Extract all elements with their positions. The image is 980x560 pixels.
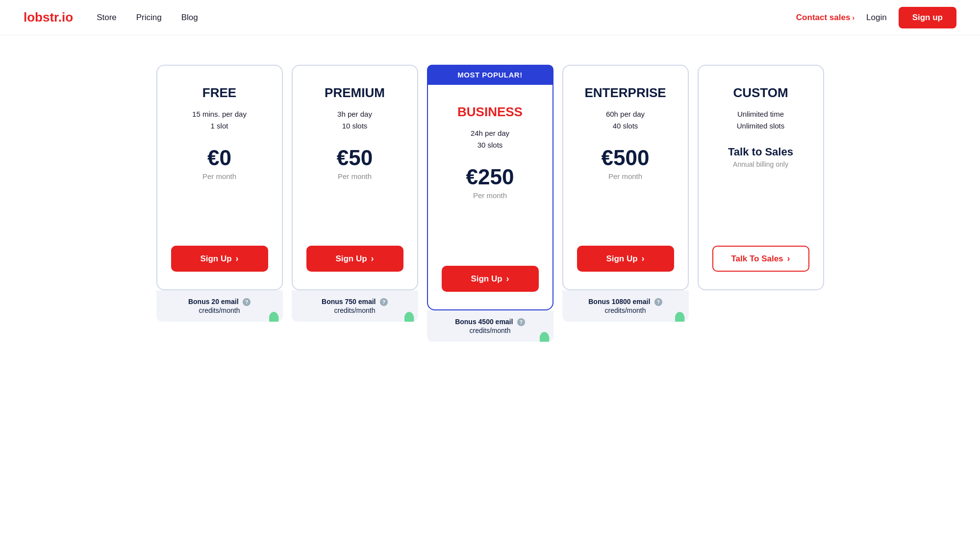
nav-left: lobstr.io Store Pricing Blog [24, 10, 198, 25]
cta-button-free[interactable]: Sign Up› [171, 246, 268, 272]
plan-description-premium: 3h per day10 slots [337, 108, 372, 132]
login-link[interactable]: Login [866, 13, 887, 23]
plan-name-free: FREE [202, 85, 236, 101]
cta-button-business[interactable]: Sign Up› [442, 266, 539, 292]
plan-wrapper-custom: CUSTOMUnlimited timeUnlimited slotsTalk … [698, 65, 824, 325]
nav-links: Store Pricing Blog [97, 13, 198, 23]
nav-pricing[interactable]: Pricing [136, 13, 162, 23]
cta-button-custom[interactable]: Talk To Sales› [712, 246, 809, 272]
plan-price-premium: €50 [337, 146, 373, 170]
plan-price-label-custom: Annual billing only [733, 160, 788, 168]
bonus-main-free: Bonus 20 email [188, 298, 239, 305]
plan-card-custom: CUSTOMUnlimited timeUnlimited slotsTalk … [698, 65, 824, 290]
plan-description-free: 15 mins. per day1 slot [192, 108, 247, 132]
cta-button-premium[interactable]: Sign Up› [306, 246, 403, 272]
nav-blog[interactable]: Blog [181, 13, 198, 23]
bonus-question-icon-premium[interactable]: ? [380, 298, 388, 306]
contact-sales-link[interactable]: Contact sales › [796, 13, 854, 23]
pricing-grid: FREE15 mins. per day1 slot€0Per monthSig… [147, 65, 833, 342]
plan-price-business: €250 [466, 165, 514, 189]
plan-name-business: BUSINESS [457, 104, 523, 120]
bonus-question-icon-enterprise[interactable]: ? [654, 298, 662, 306]
plan-price-label-enterprise: Per month [608, 172, 642, 180]
bonus-question-icon-business[interactable]: ? [517, 318, 525, 326]
plan-wrapper-premium: PREMIUM3h per day10 slots€50Per monthSig… [292, 65, 418, 322]
plan-price-label-free: Per month [202, 172, 236, 180]
bonus-sub-free: credits/month [199, 306, 240, 314]
bonus-section-premium: Bonus 750 email ? credits/month [292, 290, 418, 322]
plan-description-enterprise: 60h per day40 slots [606, 108, 645, 132]
leaf-decoration [404, 312, 414, 322]
bonus-section-enterprise: Bonus 10800 email ? credits/month [562, 290, 689, 322]
plan-price-free: €0 [207, 146, 231, 170]
plan-card-enterprise: ENTERPRISE60h per day40 slots€500Per mon… [562, 65, 689, 290]
nav-right: Contact sales › Login Sign up [796, 7, 956, 28]
bonus-sub-premium: credits/month [334, 306, 375, 314]
plan-price-label-business: Per month [473, 191, 507, 200]
signup-button[interactable]: Sign up [899, 7, 956, 28]
leaf-decoration [540, 332, 550, 342]
plan-description-custom: Unlimited timeUnlimited slots [737, 108, 785, 132]
bonus-section-business: Bonus 4500 email ? credits/month [427, 310, 553, 342]
plan-name-custom: CUSTOM [733, 85, 788, 101]
pricing-section: FREE15 mins. per day1 slot€0Per monthSig… [0, 35, 980, 361]
plan-wrapper-enterprise: ENTERPRISE60h per day40 slots€500Per mon… [562, 65, 689, 322]
bonus-sub-business: credits/month [469, 327, 510, 334]
bonus-question-icon-free[interactable]: ? [243, 298, 251, 306]
bonus-sub-enterprise: credits/month [604, 306, 646, 314]
nav-store[interactable]: Store [97, 13, 117, 23]
bonus-main-business: Bonus 4500 email [455, 318, 513, 326]
plan-description-business: 24h per day30 slots [471, 127, 509, 151]
cta-button-enterprise[interactable]: Sign Up› [577, 246, 674, 272]
plan-price-custom: Talk to Sales [728, 146, 793, 158]
plan-price-enterprise: €500 [602, 146, 650, 170]
bonus-main-premium: Bonus 750 email [322, 298, 376, 305]
bonus-section-free: Bonus 20 email ? credits/month [156, 290, 283, 322]
plan-card-premium: PREMIUM3h per day10 slots€50Per monthSig… [292, 65, 418, 290]
leaf-decoration [675, 312, 685, 322]
most-popular-banner: MOST POPULAR! [427, 65, 553, 85]
logo[interactable]: lobstr.io [24, 10, 73, 25]
plan-price-label-premium: Per month [338, 172, 372, 180]
leaf-decoration [269, 312, 279, 322]
chevron-right-icon: › [852, 14, 854, 22]
plan-card-free: FREE15 mins. per day1 slot€0Per monthSig… [156, 65, 283, 290]
plan-wrapper-business: MOST POPULAR!BUSINESS24h per day30 slots… [427, 65, 553, 342]
navbar: lobstr.io Store Pricing Blog Contact sal… [0, 0, 980, 35]
bonus-main-enterprise: Bonus 10800 email [588, 298, 650, 305]
plan-name-enterprise: ENTERPRISE [584, 85, 666, 101]
plan-name-premium: PREMIUM [325, 85, 385, 101]
plan-card-business: BUSINESS24h per day30 slots€250Per month… [427, 85, 553, 310]
plan-wrapper-free: FREE15 mins. per day1 slot€0Per monthSig… [156, 65, 283, 322]
